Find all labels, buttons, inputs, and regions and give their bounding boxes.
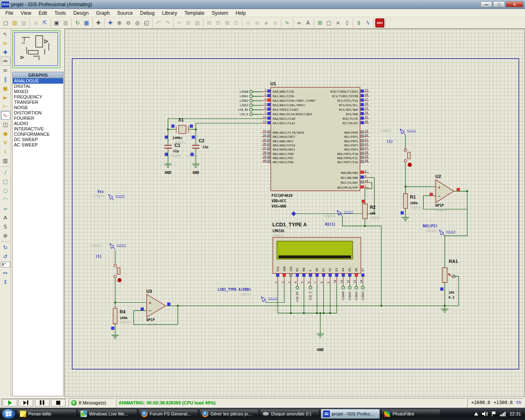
terminal-circle[interactable]: [250, 104, 253, 107]
terminal-circle[interactable]: [250, 108, 253, 111]
terminal-circle[interactable]: [250, 99, 253, 102]
zoom-all-icon[interactable]: ◎: [133, 18, 142, 27]
show-hidden-icons-icon[interactable]: [474, 412, 478, 415]
new-sheet-icon[interactable]: ▢: [324, 18, 333, 27]
design-explorer-icon[interactable]: ⊞: [315, 18, 324, 27]
volume-icon[interactable]: [482, 411, 488, 416]
mark-output-area-icon[interactable]: ▦: [61, 18, 70, 27]
buses-mode-icon[interactable]: ∥: [1, 75, 10, 84]
rotation-angle-field[interactable]: 0°: [1, 262, 10, 267]
toggle-grid-icon[interactable]: ▦: [82, 18, 91, 27]
menu-view[interactable]: View: [17, 9, 35, 17]
2d-arc-icon[interactable]: ◠: [1, 195, 10, 204]
decompose-icon[interactable]: ⊘: [271, 18, 280, 27]
opamp-u3[interactable]: [147, 294, 166, 317]
schematic-canvas[interactable]: U1 PIC18F4620 VDD=VCC VSS=GND 2RA0/AN0/C…: [64, 29, 525, 397]
terminal-circle[interactable]: [361, 286, 364, 289]
2d-box-icon[interactable]: □: [1, 177, 10, 186]
taskbar-item[interactable]: PhotoFiltre: [381, 409, 441, 419]
graph-mode-icon[interactable]: ∿: [1, 111, 10, 120]
remove-sheet-icon[interactable]: ×: [333, 18, 342, 27]
mirror-vertical-icon[interactable]: ↕: [1, 277, 10, 286]
input-terminals[interactable]: LCDA0LCDA1LCDA2LCDA3LCD_RSLCD_E: [238, 90, 262, 116]
resistor-r1[interactable]: [404, 194, 408, 208]
graph-type-transfer[interactable]: TRANSFER: [13, 100, 63, 105]
graph-type-dc-sweep[interactable]: DC SWEEP: [13, 137, 63, 142]
component-mode-icon[interactable]: ⊳: [1, 39, 10, 48]
rotate-clockwise-icon[interactable]: ↻: [1, 243, 10, 252]
block-rotate-icon[interactable]: ⊠: [223, 18, 232, 27]
redraw-display-icon[interactable]: ↻: [73, 18, 82, 27]
virtual-instruments-mode-icon[interactable]: ▥: [1, 156, 10, 165]
make-device-icon[interactable]: ⊚: [253, 18, 262, 27]
open-design-icon[interactable]: ▤: [10, 18, 19, 27]
step-button[interactable]: [18, 399, 33, 406]
terminals-mode-icon[interactable]: ►: [1, 93, 10, 102]
graph-type-frequency[interactable]: FREQUENCY: [13, 94, 63, 100]
2d-symbol-icon[interactable]: S: [1, 222, 10, 231]
graph-type-audio[interactable]: AUDIO: [13, 121, 63, 126]
undo-icon[interactable]: ↶: [154, 18, 163, 27]
menu-tools[interactable]: Tools: [51, 9, 70, 17]
print-icon[interactable]: ▣: [52, 18, 61, 27]
network-icon[interactable]: [500, 411, 506, 416]
bill-of-materials-icon[interactable]: $: [354, 18, 363, 27]
taskbar-item[interactable]: Forum FS Generat...: [139, 409, 198, 419]
voltage-probe[interactable]: [109, 194, 126, 200]
voltage-probe[interactable]: [439, 230, 456, 236]
block-copy-icon[interactable]: ⊞: [205, 18, 214, 27]
terminal-circle[interactable]: [348, 286, 351, 289]
terminal-circle[interactable]: [250, 90, 253, 93]
menu-library[interactable]: Library: [158, 9, 181, 17]
terminal-circle[interactable]: [296, 286, 299, 289]
menu-graph[interactable]: Graph: [92, 9, 113, 17]
taskbar-item[interactable]: Gérer les pièces jo...: [199, 409, 258, 419]
voltage-probe[interactable]: [261, 297, 278, 303]
graph-type-noise[interactable]: NOISE: [13, 105, 63, 110]
maximize-button[interactable]: ▢: [493, 1, 505, 7]
terminal-circle[interactable]: [309, 286, 312, 289]
minimize-button[interactable]: —: [480, 1, 492, 7]
potentiometer-ra1[interactable]: [442, 268, 453, 283]
graph-type-mixed[interactable]: MIXED: [13, 89, 63, 94]
wire-autorouter-icon[interactable]: ∿: [283, 18, 292, 27]
property-assignment-icon[interactable]: A: [304, 18, 313, 27]
tape-recorder-mode-icon[interactable]: ◫: [1, 120, 10, 129]
taskbar-item[interactable]: projet - ISIS Profes...: [321, 409, 380, 419]
electrical-rule-check-icon[interactable]: ϟ: [363, 18, 372, 27]
zoom-out-icon[interactable]: ⊖: [124, 18, 133, 27]
menu-source[interactable]: Source: [114, 9, 137, 17]
zoom-area-icon[interactable]: ◱: [142, 18, 151, 27]
menu-design[interactable]: Design: [70, 9, 92, 17]
new-design-icon[interactable]: ▢: [1, 18, 10, 27]
capacitor-c1[interactable]: [164, 145, 172, 148]
import-section-icon[interactable]: ⇲: [31, 18, 40, 27]
graph-type-analogue[interactable]: ANALOGUE: [13, 78, 63, 84]
resistor-r4[interactable]: [113, 308, 117, 324]
capacitor-c2[interactable]: [192, 145, 199, 148]
taskbar-item[interactable]: Windows Live Me...: [78, 409, 137, 419]
pause-button[interactable]: [35, 399, 50, 406]
2d-text-icon[interactable]: A: [1, 213, 10, 222]
wire-label-mode-icon[interactable]: LBL: [1, 57, 10, 66]
copy-icon[interactable]: ⊞: [184, 18, 193, 27]
pick-device-icon[interactable]: ⊙: [244, 18, 253, 27]
resistor-r2[interactable]: [363, 204, 368, 219]
overview-minimap[interactable]: [12, 30, 60, 68]
taskbar-item[interactable]: Pense-bête: [17, 409, 76, 419]
voltage-probe[interactable]: [400, 129, 417, 135]
message-panel[interactable]: i 8 Message(s): [68, 398, 114, 407]
voltage-probe[interactable]: [337, 210, 354, 216]
graph-type-distortion[interactable]: DISTORTION: [13, 110, 63, 116]
2d-line-icon[interactable]: ∕: [1, 168, 10, 177]
voltage-probe-mode-icon[interactable]: V: [1, 138, 10, 147]
mirror-horizontal-icon[interactable]: ↔: [1, 268, 10, 277]
menu-help[interactable]: Help: [232, 9, 249, 17]
graph-type-fourier[interactable]: FOURIER: [13, 116, 63, 121]
paste-icon[interactable]: ▨: [193, 18, 202, 27]
terminal-circle[interactable]: [342, 286, 345, 289]
2d-circle-icon[interactable]: ○: [1, 186, 10, 195]
u1-pic18f4620-body[interactable]: [271, 87, 360, 191]
manual-origin-icon[interactable]: ✚: [94, 18, 103, 27]
save-design-icon[interactable]: ▥: [19, 18, 28, 27]
